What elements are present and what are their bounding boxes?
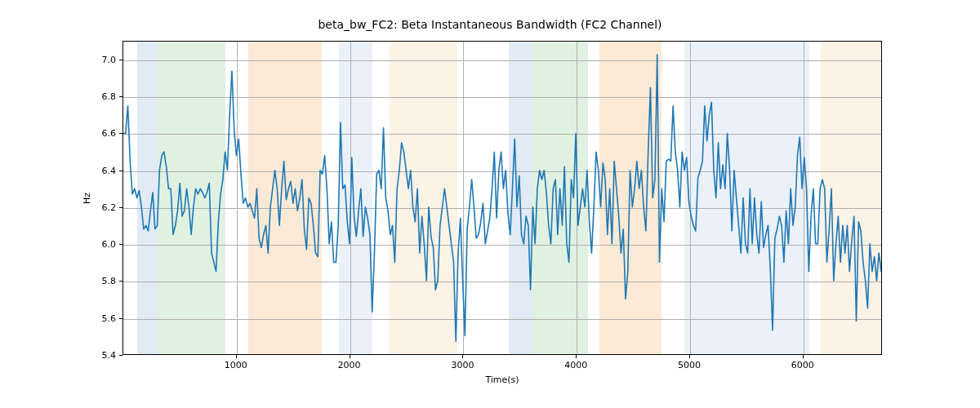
chart-axes: Time(s) Hz 5.45.65.86.06.26.46.66.87.010… [122,41,882,355]
y-tick-mark [119,355,122,356]
data-line [123,42,881,354]
y-tick-label: 7.0 [102,54,117,64]
x-tick-label: 1000 [225,360,247,370]
y-tick-label: 5.4 [102,350,117,361]
y-tick-label: 6.6 [102,128,117,139]
x-tick-label: 5000 [678,360,701,370]
x-tick-label: 6000 [791,360,814,370]
x-tick-mark [689,355,690,358]
x-tick-mark [350,355,350,358]
x-tick-mark [462,355,463,358]
y-tick-label: 6.2 [102,202,117,212]
y-tick-mark [119,96,122,97]
y-tick-mark [119,318,122,319]
y-tick-label: 5.8 [102,276,117,286]
x-tick-mark [576,355,577,358]
x-axis-label: Time(s) [485,375,519,385]
y-tick-mark [119,207,122,208]
x-tick-label: 4000 [564,360,587,370]
x-tick-mark [236,355,237,358]
y-axis-label: Hz [82,192,92,203]
y-tick-label: 6.4 [102,165,117,175]
x-tick-label: 2000 [338,360,361,370]
chart-figure: beta_bw_FC2: Beta Instantaneous Bandwidt… [0,0,980,408]
y-tick-label: 6.0 [102,239,117,250]
y-tick-mark [119,60,122,60]
x-tick-mark [803,355,804,358]
plot-area [122,41,882,355]
y-tick-label: 6.8 [102,91,117,101]
y-tick-mark [119,244,122,245]
x-tick-label: 3000 [451,360,474,370]
y-tick-mark [119,171,122,171]
chart-title: beta_bw_FC2: Beta Instantaneous Bandwidt… [0,18,980,31]
y-tick-label: 5.6 [102,313,117,323]
y-tick-mark [119,281,122,282]
y-tick-mark [119,133,122,134]
